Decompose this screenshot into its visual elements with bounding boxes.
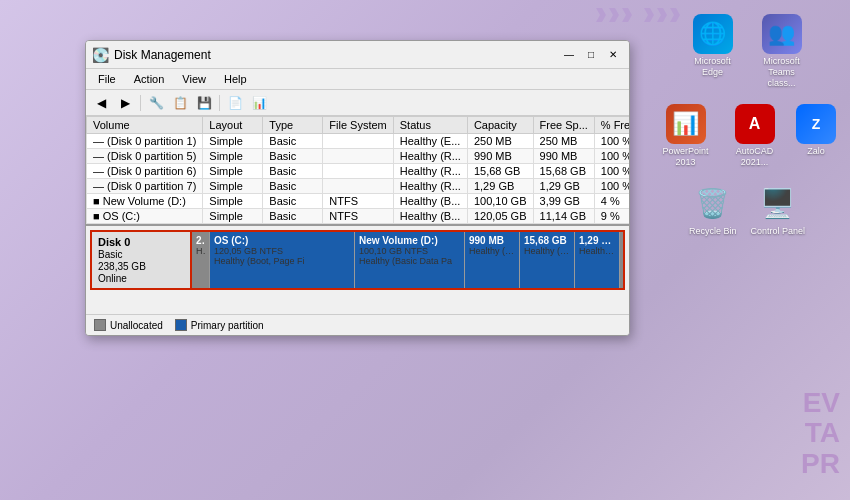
table-cell: Simple xyxy=(203,194,263,209)
table-cell: — (Disk 0 partition 1) xyxy=(87,134,203,149)
table-cell: 250 MB xyxy=(467,134,533,149)
control-panel-icon: 🖥️ xyxy=(758,184,798,224)
control-label: Control Panel xyxy=(750,226,805,237)
table-row[interactable]: — (Disk 0 partition 7)SimpleBasicHealthy… xyxy=(87,179,630,194)
edge-icon: 🌐 xyxy=(693,14,733,54)
desktop-icon-edge[interactable]: 🌐 Microsoft Edge xyxy=(681,10,744,92)
desktop-icon-autocad[interactable]: A AutoCAD 2021... xyxy=(723,100,786,172)
col-type[interactable]: Type xyxy=(263,117,323,134)
toolbar-help[interactable]: 💾 xyxy=(193,93,215,113)
minimize-button[interactable]: — xyxy=(559,47,579,63)
col-layout[interactable]: Layout xyxy=(203,117,263,134)
table-cell: 9 % xyxy=(594,209,629,224)
table-cell: 11,14 GB xyxy=(533,209,594,224)
table-cell: 4 % xyxy=(594,194,629,209)
table-cell xyxy=(323,164,393,179)
table-row[interactable]: — (Disk 0 partition 6)SimpleBasicHealthy… xyxy=(87,164,630,179)
legend-primary-box xyxy=(175,319,187,331)
desktop-icon-ppt[interactable]: 📊 PowerPoint 2013 xyxy=(654,100,717,172)
menu-bar: File Action View Help xyxy=(86,69,629,90)
disk-partitions: 250 MB Healthy ( OS (C:) 120,05 GB NTFS … xyxy=(192,232,623,288)
table-cell: Basic xyxy=(263,209,323,224)
desktop-icon-teams[interactable]: 👥 Microsoft Teams class... xyxy=(750,10,813,92)
legend-primary: Primary partition xyxy=(175,319,264,331)
title-bar-left: 💽 Disk Management xyxy=(92,47,211,63)
table-cell: Simple xyxy=(203,164,263,179)
disk-table-container: Volume Layout Type File System Status Ca… xyxy=(86,116,629,224)
partition-recovery-2[interactable]: 15,68 GB Healthy (Recovery xyxy=(520,232,575,288)
table-cell: 1,29 GB xyxy=(533,179,594,194)
legend-unallocated-label: Unallocated xyxy=(110,320,163,331)
menu-action[interactable]: Action xyxy=(126,71,173,87)
teams-icon: 👥 xyxy=(762,14,802,54)
table-cell: Healthy (B... xyxy=(393,194,467,209)
col-freepct[interactable]: % Free xyxy=(594,117,629,134)
table-cell: Healthy (E... xyxy=(393,134,467,149)
table-cell: Healthy (R... xyxy=(393,149,467,164)
table-cell: Healthy (B... xyxy=(393,209,467,224)
table-cell: Basic xyxy=(263,179,323,194)
table-cell: 100 % xyxy=(594,149,629,164)
toolbar-forward[interactable]: ▶ xyxy=(114,93,136,113)
table-cell: 100,10 GB xyxy=(467,194,533,209)
table-cell: Basic xyxy=(263,194,323,209)
table-cell: — (Disk 0 partition 6) xyxy=(87,164,203,179)
legend-unallocated: Unallocated xyxy=(94,319,163,331)
partition-new-volume[interactable]: New Volume (D:) 100,10 GB NTFS Healthy (… xyxy=(355,232,465,288)
table-cell: 3,99 GB xyxy=(533,194,594,209)
partition-unallocated-2[interactable]: 16 I Un- xyxy=(620,232,623,288)
toolbar-chart[interactable]: 📊 xyxy=(248,93,270,113)
table-row[interactable]: — (Disk 0 partition 1)SimpleBasicHealthy… xyxy=(87,134,630,149)
table-row[interactable]: ■ New Volume (D:)SimpleBasicNTFSHealthy … xyxy=(87,194,630,209)
table-cell: Simple xyxy=(203,149,263,164)
zalo-label: Zalo xyxy=(807,146,825,157)
maximize-button[interactable]: □ xyxy=(581,47,601,63)
table-cell: ■ OS (C:) xyxy=(87,209,203,224)
desktop-icon-zalo[interactable]: Z Zalo xyxy=(792,100,840,172)
table-cell: — (Disk 0 partition 5) xyxy=(87,149,203,164)
toolbar-back[interactable]: ◀ xyxy=(90,93,112,113)
disk-table-scroll[interactable]: Volume Layout Type File System Status Ca… xyxy=(86,116,629,224)
window-title: Disk Management xyxy=(114,48,211,62)
ppt-label: PowerPoint 2013 xyxy=(658,146,713,168)
autocad-label: AutoCAD 2021... xyxy=(727,146,782,168)
col-volume[interactable]: Volume xyxy=(87,117,203,134)
close-button[interactable]: ✕ xyxy=(603,47,623,63)
table-row[interactable]: — (Disk 0 partition 5)SimpleBasicHealthy… xyxy=(87,149,630,164)
table-cell: 990 MB xyxy=(467,149,533,164)
partition-os[interactable]: OS (C:) 120,05 GB NTFS Healthy (Boot, Pa… xyxy=(210,232,355,288)
col-status[interactable]: Status xyxy=(393,117,467,134)
menu-help[interactable]: Help xyxy=(216,71,255,87)
legend: Unallocated Primary partition xyxy=(86,314,629,335)
toolbar-refresh[interactable]: 🔧 xyxy=(145,93,167,113)
desktop-icon-control[interactable]: 🖥️ Control Panel xyxy=(746,180,809,241)
edge-label: Microsoft Edge xyxy=(685,56,740,78)
desktop-icon-recycle[interactable]: 🗑️ Recycle Bin xyxy=(685,180,741,241)
menu-file[interactable]: File xyxy=(90,71,124,87)
disk-info: Disk 0 Basic 238,35 GB Online xyxy=(92,232,192,288)
partition-recovery-3[interactable]: 1,29 GB Healthy (Rec xyxy=(575,232,620,288)
col-freespace[interactable]: Free Sp... xyxy=(533,117,594,134)
toolbar-doc[interactable]: 📄 xyxy=(224,93,246,113)
desktop: 🌐 Microsoft Edge 👥 Microsoft Teams class… xyxy=(0,0,850,500)
table-cell xyxy=(323,134,393,149)
toolbar-properties[interactable]: 📋 xyxy=(169,93,191,113)
partition-unallocated-1[interactable]: 250 MB Healthy ( xyxy=(192,232,210,288)
menu-view[interactable]: View xyxy=(174,71,214,87)
col-filesystem[interactable]: File System xyxy=(323,117,393,134)
disk-row-0: Disk 0 Basic 238,35 GB Online 250 MB Hea… xyxy=(90,230,625,290)
window-icon: 💽 xyxy=(92,47,109,63)
col-capacity[interactable]: Capacity xyxy=(467,117,533,134)
table-cell: NTFS xyxy=(323,194,393,209)
disk-table: Volume Layout Type File System Status Ca… xyxy=(86,116,629,224)
table-cell: Healthy (R... xyxy=(393,179,467,194)
disk-name: Disk 0 xyxy=(98,236,184,248)
disk-status: Online xyxy=(98,273,184,284)
partition-recovery-1[interactable]: 990 MB Healthy (Re- xyxy=(465,232,520,288)
table-cell: 100 % xyxy=(594,164,629,179)
table-row[interactable]: ■ OS (C:)SimpleBasicNTFSHealthy (B...120… xyxy=(87,209,630,224)
table-cell: Basic xyxy=(263,149,323,164)
desktop-icons-area: 🌐 Microsoft Edge 👥 Microsoft Teams class… xyxy=(654,10,840,241)
table-cell: Healthy (R... xyxy=(393,164,467,179)
table-cell: 990 MB xyxy=(533,149,594,164)
